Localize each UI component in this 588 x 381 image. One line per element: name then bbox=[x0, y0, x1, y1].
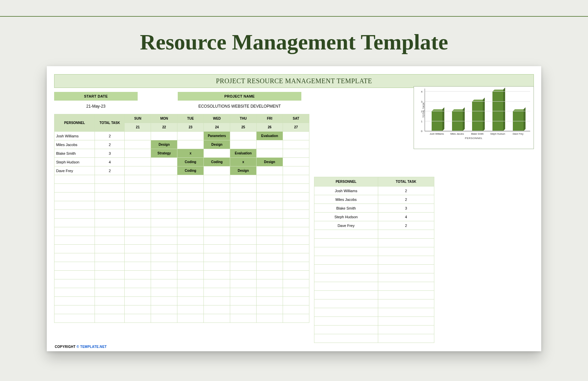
summary-row: Steph Hudson4 bbox=[314, 213, 434, 221]
chart-ytick: 0 bbox=[421, 130, 422, 133]
schedule-empty-cell bbox=[283, 132, 309, 140]
schedule-blank-row bbox=[54, 305, 309, 314]
schedule-empty-cell bbox=[151, 166, 177, 175]
schedule-empty-cell bbox=[125, 166, 151, 175]
chart-plot-area: TOTAL TASK 01234 bbox=[425, 89, 530, 131]
summary-blank-row bbox=[314, 299, 434, 308]
chart-bar bbox=[452, 111, 463, 131]
sched-header-day: THU bbox=[230, 114, 257, 123]
summary-cell-total: 2 bbox=[378, 186, 434, 195]
copyright-link[interactable]: © TEMPLATE.NET bbox=[77, 345, 107, 349]
page-title: Resource Management Template bbox=[0, 17, 588, 66]
chart-gridline bbox=[425, 91, 530, 92]
sched-header-date: 24 bbox=[204, 123, 230, 132]
task-chart: TOTAL TASK 01234 Josh WilliamsMiles Jaco… bbox=[414, 86, 534, 149]
schedule-empty-cell bbox=[283, 149, 309, 158]
summary-blank-row bbox=[314, 239, 434, 247]
schedule-empty-cell bbox=[283, 166, 309, 175]
chart-ytick: 2 bbox=[421, 110, 422, 113]
schedule-cell-total: 2 bbox=[95, 166, 125, 175]
summary-blank-row bbox=[314, 273, 434, 282]
schedule-task-cell: Design bbox=[230, 166, 257, 175]
chart-xlabel: PERSONNEL bbox=[416, 137, 532, 140]
chart-gridline bbox=[425, 131, 530, 131]
summary-cell-total: 2 bbox=[378, 221, 434, 230]
schedule-task-cell: Coding bbox=[177, 158, 204, 166]
schedule-task-cell: Strategy bbox=[151, 149, 177, 158]
schedule-empty-cell bbox=[125, 149, 151, 158]
chart-gridline bbox=[425, 121, 530, 121]
schedule-blank-row bbox=[54, 210, 309, 219]
schedule-cell-total: 4 bbox=[95, 158, 125, 166]
schedule-blank-row bbox=[54, 245, 309, 253]
project-name-label: PROJECT NAME bbox=[178, 92, 301, 101]
schedule-blank-row bbox=[54, 279, 309, 288]
schedule-cell-total: 2 bbox=[95, 132, 125, 140]
chart-bars bbox=[425, 89, 530, 131]
schedule-blank-row bbox=[54, 201, 309, 210]
schedule-task-cell: Coding bbox=[204, 158, 230, 166]
schedule-task-cell: Design bbox=[204, 140, 230, 149]
copyright: COPYRIGHT © TEMPLATE.NET bbox=[54, 343, 534, 349]
sheet-banner: PROJECT RESOURCE MANAGEMENT TEMPLATE bbox=[54, 74, 534, 88]
chart-xtick: Josh Williams bbox=[429, 133, 445, 135]
schedule-task-cell: Evaluation bbox=[230, 149, 257, 158]
summary-cell-name: Blake Smith bbox=[314, 204, 378, 213]
schedule-empty-cell bbox=[125, 140, 151, 149]
chart-gridline bbox=[425, 101, 530, 102]
chart-xtick: Steph Hudson bbox=[490, 133, 506, 135]
summary-cell-total: 3 bbox=[378, 204, 434, 213]
sched-header-day: TUE bbox=[177, 114, 204, 123]
chart-ytick: 3 bbox=[421, 100, 422, 103]
summary-header-total: TOTAL TASK bbox=[378, 177, 434, 186]
summary-blank-row bbox=[314, 256, 434, 265]
chart-bar bbox=[513, 111, 524, 131]
schedule-blank-row bbox=[54, 271, 309, 279]
summary-cell-name: Miles Jacobs bbox=[314, 195, 378, 204]
schedule-blank-row bbox=[54, 262, 309, 271]
sched-header-date: 26 bbox=[257, 123, 283, 132]
copyright-prefix: COPYRIGHT bbox=[55, 345, 77, 349]
chart-bar bbox=[472, 102, 483, 131]
schedule-task-cell: Parameters bbox=[204, 132, 230, 140]
chart-xlabels: Josh WilliamsMiles JacobsBlake SmithStep… bbox=[425, 131, 530, 135]
summary-blank-row bbox=[314, 317, 434, 326]
schedule-blank-row bbox=[54, 288, 309, 297]
start-date-value: 21-May-23 bbox=[54, 101, 138, 112]
schedule-task-cell: Evaluation bbox=[257, 132, 283, 140]
sched-header-total: TOTAL TASK bbox=[95, 114, 125, 132]
schedule-empty-cell bbox=[230, 132, 257, 140]
schedule-cell-name: Steph Hudson bbox=[54, 158, 95, 166]
summary-blank-row bbox=[314, 308, 434, 317]
schedule-task-cell: Design bbox=[151, 140, 177, 149]
schedule-blank-row bbox=[54, 219, 309, 227]
schedule-blank-row bbox=[54, 193, 309, 201]
schedule-empty-cell bbox=[177, 140, 204, 149]
sched-header-date: 25 bbox=[230, 123, 257, 132]
chart-ylabel: TOTAL TASK bbox=[422, 102, 425, 117]
schedule-cell-name: Miles Jacobs bbox=[54, 140, 95, 149]
schedule-task-cell: Coding bbox=[177, 166, 204, 175]
start-date-block: START DATE 21-May-23 bbox=[54, 92, 138, 112]
chart-xtick: Blake Smith bbox=[469, 133, 485, 135]
schedule-empty-cell bbox=[151, 132, 177, 140]
summary-row: Josh Williams2 bbox=[314, 186, 434, 195]
sched-header-day: FRI bbox=[257, 114, 283, 123]
start-date-label: START DATE bbox=[54, 92, 138, 101]
summary-cell-name: Josh Williams bbox=[314, 186, 378, 195]
schedule-empty-cell bbox=[204, 166, 230, 175]
summary-table: PERSONNEL TOTAL TASK Josh Williams2Miles… bbox=[314, 177, 434, 343]
schedule-cell-name: Josh Williams bbox=[54, 132, 95, 140]
sched-header-day: MON bbox=[151, 114, 177, 123]
summary-blank-row bbox=[314, 326, 434, 334]
summary-blank-row bbox=[314, 230, 434, 239]
schedule-cell-name: Blake Smith bbox=[54, 149, 95, 158]
schedule-task-cell: x bbox=[177, 149, 204, 158]
summary-blank-row bbox=[314, 291, 434, 299]
schedule-blank-row bbox=[54, 175, 309, 184]
summary-blank-row bbox=[314, 334, 434, 343]
schedule-row: Steph Hudson4CodingCodingxDesign bbox=[54, 158, 309, 166]
summary-cell-total: 4 bbox=[378, 213, 434, 221]
summary-blank-row bbox=[314, 247, 434, 256]
chart-bar bbox=[492, 92, 503, 131]
